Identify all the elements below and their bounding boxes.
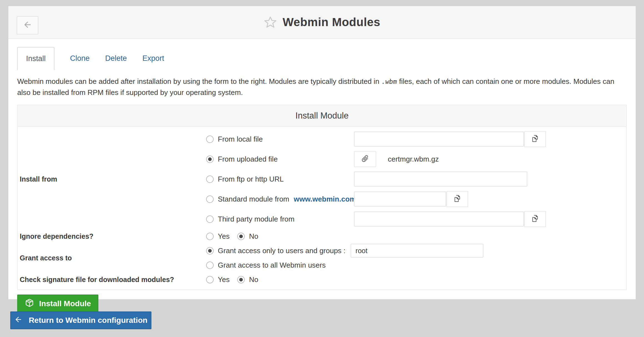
arrow-left-icon [14,315,23,326]
check-signature-label: Check signature file for downloaded modu… [18,275,206,284]
uploaded-filename: certmgr.wbm.gz [388,155,439,164]
paperclip-icon [361,154,369,164]
install-module-button-label: Install Module [39,299,91,308]
third-party-chooser-button[interactable] [524,211,546,227]
radio-check-signature-no[interactable] [237,276,245,283]
favorite-star-icon[interactable] [264,16,277,29]
option-from-local-file: From local file [206,129,626,149]
form-row-check-signature: Check signature file for downloaded modu… [18,272,626,287]
radio-standard-module[interactable] [206,195,214,203]
radio-grant-users-groups[interactable] [206,247,214,255]
radio-grant-all-users[interactable] [206,261,214,269]
package-icon [25,298,34,310]
return-button-label: Return to Webmin configuration [29,316,147,325]
tab-install[interactable]: Install [17,47,54,70]
option-from-url: From ftp or http URL [206,169,626,189]
local-file-input[interactable] [354,132,524,147]
form-row-grant-access: Grant access to Grant access only to use… [18,243,626,272]
tab-export[interactable]: Export [143,54,164,63]
install-module-form: Install Module Install from From local f… [17,105,627,290]
form-row-install-from: Install from From local file [18,129,626,229]
form-title: Install Module [18,105,626,127]
copy-files-icon [531,134,539,144]
main-panel: Webmin Modules Install Clone Delete Expo… [8,6,636,299]
back-button[interactable] [17,16,38,34]
option-third-party-module: Third party module from [206,209,626,229]
grant-users-input[interactable] [351,244,483,258]
url-input[interactable] [354,172,527,187]
radio-from-url[interactable] [206,175,214,183]
wbm-extension-code: .wbm [379,78,399,85]
radio-label: Yes [218,275,229,284]
arrow-left-icon [23,20,32,31]
ignore-dependencies-label: Ignore dependencies? [18,232,206,241]
radio-label: From ftp or http URL [218,175,284,183]
page-title: Webmin Modules [283,16,380,29]
title-area: Webmin Modules [8,6,636,38]
intro-text: Webmin modules can be added after instal… [17,76,627,98]
local-file-chooser-button[interactable] [524,131,546,147]
tab-delete[interactable]: Delete [105,54,127,63]
copy-files-icon [531,214,539,224]
webmin-com-link[interactable]: www.webmin.com [294,195,356,203]
grant-access-label: Grant access to [18,253,206,263]
third-party-input[interactable] [354,212,524,227]
option-from-uploaded-file: From uploaded file certmgr.wbm.gz [206,149,626,169]
radio-ignore-deps-yes[interactable] [206,233,214,240]
tab-clone[interactable]: Clone [70,54,90,63]
standard-module-chooser-button[interactable] [446,191,468,207]
option-standard-module: Standard module from www.webmin.com [206,189,626,209]
radio-label: No [249,275,258,284]
tab-bar: Install Clone Delete Export [17,47,627,70]
install-module-button[interactable]: Install Module [17,295,98,313]
radio-label: Yes [218,232,229,241]
radio-check-signature-yes[interactable] [206,276,214,283]
radio-label: Grant access only to users and groups : [218,247,346,255]
install-from-label: Install from [18,174,206,184]
radio-label: From local file [218,135,263,144]
radio-ignore-deps-no[interactable] [237,233,245,240]
radio-third-party-module[interactable] [206,215,214,223]
option-grant-users-groups: Grant access only to users and groups : [206,243,626,258]
page-header: Webmin Modules [8,6,636,39]
radio-label: Third party module from [218,215,294,223]
option-grant-all-users: Grant access to all Webmin users [206,258,626,272]
radio-from-local-file[interactable] [206,135,214,143]
radio-label: Standard module from [218,195,289,203]
radio-label: Grant access to all Webmin users [218,261,326,270]
standard-module-input[interactable] [354,192,446,207]
upload-file-button[interactable] [354,151,376,167]
form-row-ignore-dependencies: Ignore dependencies? Yes No [18,229,626,243]
copy-files-icon [453,194,461,204]
radio-label: No [249,232,258,241]
radio-from-uploaded-file[interactable] [206,155,214,163]
return-to-webmin-config-button[interactable]: Return to Webmin configuration [10,311,151,329]
radio-label: From uploaded file [218,155,278,164]
intro-text-before: Webmin modules can be added after instal… [17,77,379,85]
